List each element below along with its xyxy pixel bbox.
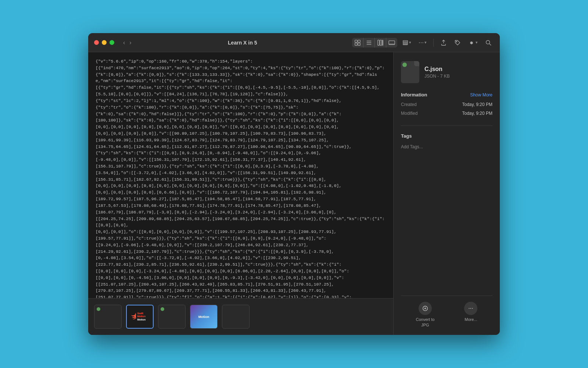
modified-value: Today, 9:20 PM bbox=[462, 111, 493, 116]
show-more-button[interactable]: Show More bbox=[470, 92, 492, 98]
thumbnail-2[interactable]: Swift Motion Motion bbox=[126, 305, 154, 329]
nav-forward-button[interactable]: › bbox=[128, 39, 133, 47]
ellipsis-icon: ··· bbox=[419, 39, 424, 46]
list-view-button[interactable] bbox=[363, 38, 374, 47]
titlebar: ‹ › Learn X in 5 bbox=[88, 33, 500, 52]
traffic-lights bbox=[94, 40, 114, 45]
swift-label: Swift Motion bbox=[137, 312, 151, 318]
svg-point-22 bbox=[470, 308, 471, 309]
tags-section-title: Tags bbox=[401, 133, 492, 139]
svg-rect-14 bbox=[403, 44, 408, 45]
thumb-content-3 bbox=[158, 305, 185, 328]
svg-rect-3 bbox=[358, 43, 360, 45]
convert-icon-container bbox=[419, 302, 432, 315]
modified-row: Modified Today, 9:20 PM bbox=[401, 111, 492, 116]
toolbar-right: ▾ ··· ▾ ▾ bbox=[352, 38, 494, 48]
nav-back-button[interactable]: ‹ bbox=[122, 39, 126, 47]
dropbox-button[interactable]: ▾ bbox=[466, 38, 480, 47]
more-icon-container bbox=[464, 302, 477, 315]
thumbnail-1[interactable] bbox=[94, 305, 122, 329]
search-button[interactable] bbox=[483, 38, 494, 47]
grid-view-button[interactable] bbox=[352, 38, 363, 47]
code-scroll-area[interactable]: {"v":"5.6.6","ip":0,"op":160,"fr":60,"w"… bbox=[88, 52, 393, 298]
svg-rect-12 bbox=[403, 40, 408, 42]
thumbnail-5[interactable] bbox=[222, 305, 250, 329]
tag-icon bbox=[454, 39, 461, 46]
more-icon bbox=[467, 305, 474, 312]
dropbox-icon bbox=[468, 39, 475, 46]
info-divider bbox=[401, 125, 492, 126]
svg-point-21 bbox=[469, 308, 470, 309]
thumb-content-2: Swift Motion Motion bbox=[127, 305, 153, 328]
json-dot-2 bbox=[161, 307, 164, 311]
toolbar-separator bbox=[433, 39, 434, 47]
more-options-button[interactable]: ··· ▾ bbox=[416, 38, 429, 48]
information-section-title: Information Show More bbox=[401, 92, 492, 98]
file-header: C.json JSON - 7 KB bbox=[401, 61, 492, 83]
modified-label: Modified bbox=[401, 111, 417, 116]
svg-rect-7 bbox=[378, 40, 380, 45]
maximize-button[interactable] bbox=[110, 40, 114, 45]
search-icon bbox=[485, 39, 492, 46]
svg-rect-1 bbox=[358, 40, 360, 42]
file-icon bbox=[401, 61, 419, 83]
view-toggle-group bbox=[352, 38, 397, 47]
thumbnail-4[interactable]: Motion bbox=[190, 305, 218, 329]
svg-rect-9 bbox=[382, 40, 383, 45]
thumbnail-bar: Swift Motion Motion Motion bbox=[88, 298, 393, 335]
chevron-down-icon: ▾ bbox=[409, 40, 411, 45]
svg-line-17 bbox=[490, 43, 491, 45]
json-dot-1 bbox=[97, 307, 100, 311]
main-window: ‹ › Learn X in 5 bbox=[88, 33, 500, 335]
gallery-view-button[interactable] bbox=[386, 38, 397, 47]
swift-motion-logo: Swift Motion Motion bbox=[127, 310, 153, 323]
svg-point-15 bbox=[456, 41, 457, 42]
nav-arrows: ‹ › bbox=[122, 39, 133, 47]
svg-point-16 bbox=[486, 40, 490, 44]
add-tags-button[interactable]: Add Tags... bbox=[401, 144, 423, 149]
created-label: Created bbox=[401, 102, 417, 107]
svg-rect-8 bbox=[380, 40, 382, 45]
file-title: C.json JSON - 7 KB bbox=[424, 66, 450, 79]
minimize-button[interactable] bbox=[102, 40, 107, 45]
info-spacer bbox=[401, 150, 492, 296]
svg-rect-0 bbox=[355, 40, 357, 42]
created-row: Created Today, 9:20 PM bbox=[401, 102, 492, 107]
motion-label-thumb: Motion bbox=[137, 318, 151, 321]
information-label: Information bbox=[401, 92, 427, 98]
share-icon bbox=[440, 39, 447, 46]
chevron-down-icon-2: ▾ bbox=[424, 40, 427, 45]
window-title: Learn X in 5 bbox=[133, 40, 352, 46]
tags-section: Tags Add Tags... bbox=[401, 133, 492, 150]
svg-rect-2 bbox=[355, 43, 357, 45]
tags-label: Tags bbox=[401, 133, 412, 139]
main-content: {"v":"5.6.6","ip":0,"op":160,"fr":60,"w"… bbox=[88, 52, 500, 335]
code-content: {"v":"5.6.6","ip":0,"op":160,"fr":60,"w"… bbox=[96, 58, 386, 298]
group-icon bbox=[402, 40, 408, 46]
thumb-content-5 bbox=[222, 305, 249, 328]
chevron-down-icon-3: ▾ bbox=[476, 40, 478, 45]
file-icon-dot bbox=[402, 63, 407, 67]
more-label: More... bbox=[465, 317, 477, 322]
grid-icon bbox=[354, 39, 361, 46]
swift-motion-text: Swift Motion Motion bbox=[137, 312, 151, 321]
share-button[interactable] bbox=[438, 38, 449, 47]
bottom-actions: Convert to JPG More... bbox=[401, 296, 492, 335]
close-button[interactable] bbox=[94, 40, 99, 45]
more-actions-button[interactable]: More... bbox=[464, 302, 477, 328]
svg-point-23 bbox=[472, 308, 473, 309]
convert-to-jpg-button[interactable]: Convert to JPG bbox=[416, 302, 435, 328]
svg-rect-13 bbox=[403, 42, 408, 43]
convert-icon bbox=[422, 305, 429, 312]
swift-bird-icon bbox=[129, 312, 136, 321]
columns-view-button[interactable] bbox=[374, 38, 386, 47]
tag-button[interactable] bbox=[452, 38, 463, 47]
list-icon bbox=[366, 39, 372, 46]
gallery-icon bbox=[388, 39, 395, 46]
thumbnail-3[interactable] bbox=[158, 305, 186, 329]
group-by-button[interactable]: ▾ bbox=[400, 38, 413, 47]
info-panel: C.json JSON - 7 KB Information Show More… bbox=[393, 52, 500, 335]
convert-label: Convert to JPG bbox=[416, 317, 435, 328]
created-value: Today, 9:20 PM bbox=[462, 102, 493, 107]
code-panel: {"v":"5.6.6","ip":0,"op":160,"fr":60,"w"… bbox=[88, 52, 393, 335]
